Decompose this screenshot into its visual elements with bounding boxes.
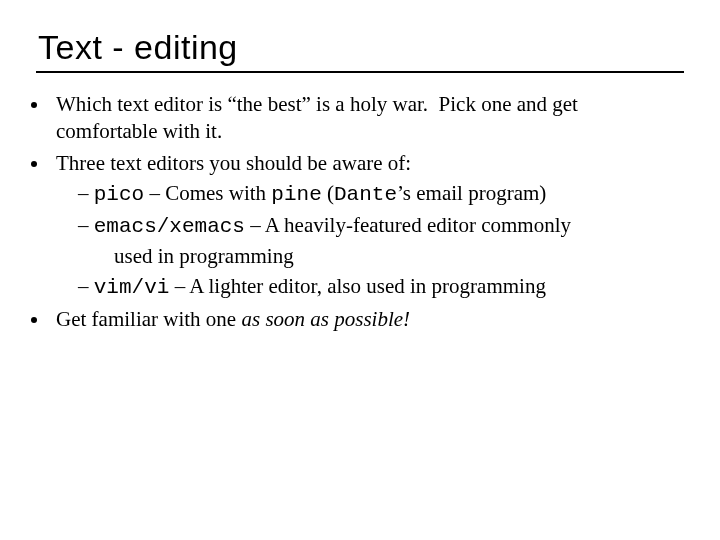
bullet-list: Which text editor is “the best” is a hol… <box>36 91 684 334</box>
code-pico: pico <box>94 183 144 206</box>
bullet-3: Get familiar with one as soon as possibl… <box>50 306 684 333</box>
bullet-3-a: Get familiar with one <box>56 307 241 331</box>
code-emacs: emacs/xemacs <box>94 215 245 238</box>
code-pine: pine <box>271 183 321 206</box>
sub-3: vim/vi – A lighter editor, also used in … <box>78 272 684 302</box>
slide-title: Text - editing <box>38 28 684 67</box>
bullet-2-text: Three text editors you should be aware o… <box>56 151 411 175</box>
sub-1-t1: – Comes with <box>144 181 271 205</box>
code-dante: Dante <box>334 183 397 206</box>
bullet-1-text: Which text editor is “the best” is a hol… <box>56 92 578 143</box>
bullet-1: Which text editor is “the best” is a hol… <box>50 91 684 146</box>
code-vim: vim/vi <box>94 276 170 299</box>
sub-1-t3: ’s email program) <box>397 181 546 205</box>
bullet-3-b: as soon as possible! <box>241 307 410 331</box>
sub-3-t1: – A lighter editor, also used in program… <box>169 274 546 298</box>
sub-2-t1: – A heavily-featured editor commonly <box>245 213 571 237</box>
slide: Text - editing Which text editor is “the… <box>0 0 720 334</box>
sub-list: pico – Comes with pine (Dante’s email pr… <box>78 179 684 302</box>
sub-1: pico – Comes with pine (Dante’s email pr… <box>78 179 684 209</box>
bullet-2: Three text editors you should be aware o… <box>50 150 684 303</box>
sub-1-t2: ( <box>322 181 334 205</box>
sub-2-t2: used in programming <box>96 242 684 270</box>
title-rule <box>36 71 684 73</box>
sub-2: emacs/xemacs – A heavily-featured editor… <box>78 211 684 270</box>
